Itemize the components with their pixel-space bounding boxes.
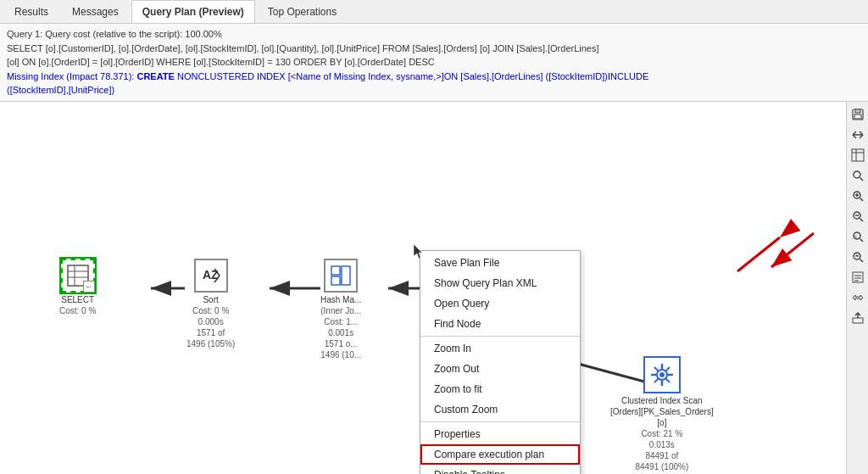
svg-rect-35 [852, 149, 864, 161]
toolbar-compare-btn[interactable] [849, 288, 867, 307]
menu-open-query[interactable]: Open Query [420, 293, 580, 314]
menu-properties[interactable]: Properties [420, 424, 580, 444]
tabs-bar: Results Messages Query Plan (Preview) To… [0, 0, 868, 24]
menu-show-xml[interactable]: Show Query Plan XML [420, 273, 580, 293]
tab-top-operations[interactable]: Top Operations [257, 0, 348, 23]
toolbar-zoom-out-btn[interactable] [849, 207, 867, 226]
svg-line-48 [860, 238, 863, 242]
tab-query-plan[interactable]: Query Plan (Preview) [131, 0, 255, 23]
svg-line-30 [654, 379, 658, 382]
node-select-icon: ← [61, 259, 95, 293]
node-sort-label: SortCost: 0 %0.000s1571 of1496 (105%) [186, 294, 235, 349]
menu-compare[interactable]: Compare execution plan [420, 444, 580, 465]
missing-index-line2: ([StockItemID],[UnitPrice]) [7, 83, 861, 98]
svg-rect-18 [342, 266, 350, 285]
node-sort-icon: AZ [194, 259, 228, 293]
query-sql-line3: [ol] ON [o].[OrderID] = [ol].[OrderID] W… [7, 55, 861, 70]
separator-2 [420, 421, 580, 422]
query-info: Query 1: Query cost (relative to the scr… [0, 24, 868, 102]
svg-line-29 [666, 367, 670, 371]
svg-text:±: ± [854, 234, 858, 239]
svg-rect-16 [331, 266, 340, 275]
menu-custom-zoom[interactable]: Custom Zoom [420, 399, 580, 420]
svg-line-41 [860, 198, 863, 201]
context-menu: Save Plan File Show Query Plan XML Open … [420, 250, 581, 475]
svg-rect-17 [331, 276, 340, 285]
toolbar-properties-btn[interactable] [849, 268, 867, 287]
node-clustered-label: Clustered Index Scan[Orders][PK_Sales_Or… [610, 395, 714, 472]
menu-zoom-in[interactable]: Zoom In [420, 338, 580, 359]
main-area: ← SELECTCost: 0 % AZ SortCost: 0 %0.000s… [0, 102, 868, 475]
svg-rect-58 [853, 318, 863, 323]
toolbar-find-btn[interactable] [849, 248, 867, 266]
svg-line-7 [771, 233, 814, 267]
canvas: ← SELECTCost: 0 % AZ SortCost: 0 %0.000s… [0, 102, 846, 475]
separator-1 [420, 336, 580, 337]
svg-line-39 [860, 177, 863, 181]
create-keyword: CREATE [136, 71, 174, 81]
menu-save-plan[interactable]: Save Plan File [420, 253, 580, 273]
toolbar-export-btn[interactable] [849, 309, 867, 327]
svg-line-5 [737, 237, 780, 271]
menu-disable-tooltips[interactable]: Disable Tooltips [420, 465, 580, 475]
svg-rect-32 [855, 109, 860, 113]
toolbar-zoom-custom-btn[interactable]: ± [849, 227, 867, 246]
node-hashmatch-icon [324, 259, 358, 293]
node-hashmatch-label: Hash Ma...(Inner Jo...Cost: 1...0.001s15… [320, 294, 361, 360]
svg-line-45 [860, 218, 863, 221]
tab-results[interactable]: Results [3, 0, 59, 23]
svg-line-27 [654, 367, 658, 371]
menu-zoom-fit[interactable]: Zoom to fit [420, 379, 580, 399]
tab-messages[interactable]: Messages [61, 0, 130, 23]
node-sort[interactable]: AZ SortCost: 0 %0.000s1571 of1496 (105%) [186, 259, 235, 349]
node-clustered-icon [643, 356, 681, 393]
right-toolbar: ± [846, 102, 868, 475]
toolbar-table-btn[interactable] [849, 146, 867, 165]
missing-index-line1: Missing Index (Impact 78.371): CREATE NO… [7, 70, 861, 84]
node-select[interactable]: ← SELECTCost: 0 % [59, 259, 96, 316]
node-clustered[interactable]: Clustered Index Scan[Orders][PK_Sales_Or… [610, 356, 714, 472]
node-select-label: SELECTCost: 0 % [59, 294, 96, 316]
toolbar-arrows-btn[interactable] [849, 125, 867, 144]
toolbar-search-btn[interactable] [849, 166, 867, 185]
query-sql-line2: SELECT [o].[CustomerID], [o].[OrderDate]… [7, 42, 861, 56]
toolbar-zoom-in-btn[interactable] [849, 187, 867, 205]
svg-line-28 [666, 379, 670, 382]
svg-point-38 [854, 171, 860, 178]
menu-zoom-out[interactable]: Zoom Out [420, 359, 580, 379]
node-hashmatch[interactable]: Hash Ma...(Inner Jo...Cost: 1...0.001s15… [320, 259, 361, 360]
svg-point-22 [659, 372, 665, 377]
query-cost-line: Query 1: Query cost (relative to the scr… [7, 27, 861, 42]
svg-rect-33 [854, 114, 861, 119]
menu-find-node[interactable]: Find Node [420, 314, 580, 334]
toolbar-save-btn[interactable] [849, 105, 867, 124]
missing-index-rest: NONCLUSTERED INDEX [<Name of Missing Ind… [175, 71, 648, 81]
missing-index-text1: Missing Index (Impact 78.371): [7, 71, 136, 81]
svg-line-51 [860, 259, 863, 262]
